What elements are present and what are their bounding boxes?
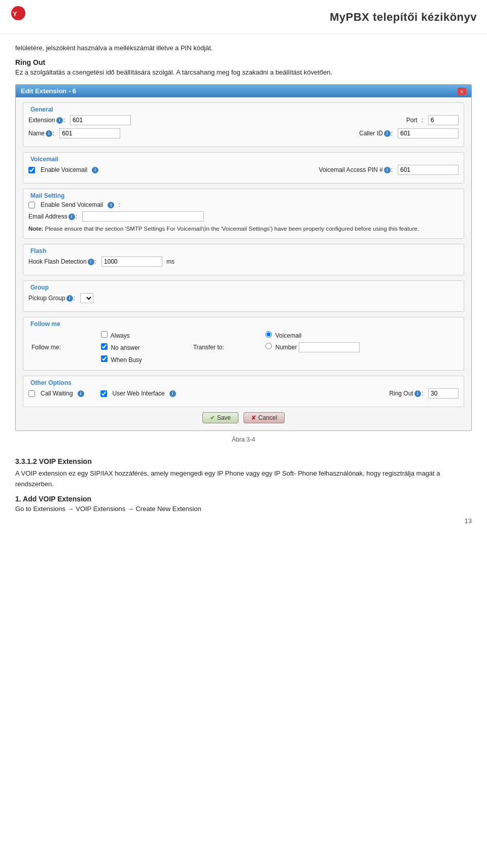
enable-send-voicemail-checkbox[interactable] <box>28 202 35 208</box>
always-checkbox[interactable] <box>101 331 108 338</box>
enable-send-voicemail-label: Enable Send Voicemail <box>41 201 103 208</box>
pickup-group-info-icon[interactable]: i <box>66 295 73 302</box>
always-label: Always <box>111 332 130 339</box>
voip-para1: A VOIP extension ez egy SIP/IAX hozzáfér… <box>15 468 472 490</box>
enable-voicemail-checkbox[interactable] <box>28 167 35 173</box>
follow-me-row: Follow me: Always Transfer to: Voicemail <box>28 330 459 341</box>
save-icon: ✔ <box>210 414 215 421</box>
number-label: Number <box>275 344 297 351</box>
save-button[interactable]: ✔ Save <box>202 412 238 423</box>
logo-area: Y eastar <box>10 5 39 29</box>
ms-label: ms <box>166 258 175 265</box>
enable-send-info-icon[interactable]: i <box>108 202 114 208</box>
caller-id-label: Caller ID <box>359 130 383 137</box>
other-options-legend: Other Options <box>28 379 459 386</box>
ring-out-input[interactable] <box>428 388 459 399</box>
user-web-label: User Web Interface <box>113 390 165 397</box>
when-busy-checkbox[interactable] <box>101 355 108 362</box>
other-options-section: Other Options Call Waiting i User Web In… <box>23 376 464 407</box>
general-section: General Extension i : Port : <box>23 102 464 147</box>
general-row1: Extension i : Port : <box>28 115 459 125</box>
page-number: 13 <box>465 517 472 525</box>
access-pin-label: Voicemail Access PIN # <box>319 166 383 173</box>
bottom-content: 3.3.1.2 VOIP Extension A VOIP extension … <box>0 457 487 534</box>
dialog-body: General Extension i : Port : <box>16 97 471 430</box>
access-pin-info-icon[interactable]: i <box>384 167 391 173</box>
voicemail-radio[interactable] <box>265 331 272 338</box>
user-web-checkbox[interactable] <box>100 390 107 397</box>
no-answer-checkbox[interactable] <box>101 343 108 350</box>
hook-flash-input[interactable] <box>101 257 162 267</box>
group-row: Pickup Group i : <box>28 293 459 303</box>
add-voip-desc: Go to Extensions → VOIP Extensions → Cre… <box>15 504 472 515</box>
pickup-group-label: Pickup Group <box>28 295 65 302</box>
follow-me-label: Follow me: <box>31 344 61 351</box>
mail-setting-legend: Mail Setting <box>28 192 459 199</box>
email-info-icon[interactable]: i <box>68 213 75 220</box>
when-busy-label: When Busy <box>111 356 142 364</box>
svg-text:eastar: eastar <box>13 19 24 24</box>
port-input[interactable] <box>428 115 459 125</box>
hook-flash-info-icon[interactable]: i <box>88 259 94 265</box>
caller-id-info-icon[interactable]: i <box>384 130 391 137</box>
extension-label: Extension <box>28 117 55 124</box>
edit-extension-dialog: Edit Extension - 6 x General Extension i… <box>15 84 472 431</box>
call-waiting-checkbox[interactable] <box>28 390 35 397</box>
dialog-title-bar: Edit Extension - 6 x <box>16 85 471 97</box>
save-label: Save <box>217 414 231 421</box>
flash-legend: Flash <box>28 247 459 255</box>
flash-section: Flash Hook Flash Detection i : ms <box>23 244 464 275</box>
dialog-button-row: ✔ Save ✘ Cancel <box>23 412 464 423</box>
access-pin-input[interactable] <box>398 165 459 175</box>
enable-voicemail-label: Enable Voicemail <box>41 166 87 173</box>
email-row: Email Address i : <box>28 211 459 222</box>
name-input[interactable] <box>59 128 120 138</box>
voicemail-row: Enable Voicemail i Voicemail Access PIN … <box>28 165 459 175</box>
flash-row: Hook Flash Detection i : ms <box>28 257 459 267</box>
extension-info-icon[interactable]: i <box>56 117 63 124</box>
email-label: Email Address <box>28 213 67 220</box>
voicemail-section: Voicemail Enable Voicemail i Voicemail A… <box>23 152 464 184</box>
user-web-info-icon[interactable]: i <box>169 390 176 397</box>
number-radio[interactable] <box>265 343 272 349</box>
follow-me-section: Follow me Follow me: Always Transfer to: <box>23 317 464 371</box>
ring-out-info-icon[interactable]: i <box>414 390 421 397</box>
no-answer-label: No answer <box>111 344 140 351</box>
follow-me-legend: Follow me <box>28 320 459 328</box>
intro-line1: felületére, jelszóként használva a mellé… <box>15 43 472 53</box>
note-prefix: Note: <box>28 226 43 232</box>
general-legend: General <box>28 106 459 113</box>
transfer-to-cell: Transfer to: <box>190 330 263 365</box>
cancel-button[interactable]: ✘ Cancel <box>244 412 285 423</box>
caller-id-input[interactable] <box>398 128 459 138</box>
voicemail-legend: Voicemail <box>28 156 459 163</box>
call-waiting-info-icon[interactable]: i <box>78 390 84 397</box>
general-row2: Name i : Caller ID i : <box>28 128 459 138</box>
email-input[interactable] <box>82 211 204 222</box>
other-options-row: Call Waiting i User Web Interface i Ring… <box>28 388 459 399</box>
call-waiting-label: Call Waiting <box>41 390 73 397</box>
mail-note: Note: Please ensure that the section 'SM… <box>28 225 459 233</box>
name-label: Name <box>28 130 45 137</box>
pickup-group-select[interactable] <box>80 293 93 303</box>
number-input[interactable] <box>299 342 360 352</box>
cancel-label: Cancel <box>258 414 277 421</box>
name-info-icon[interactable]: i <box>46 130 52 137</box>
voicemail-transfer-label: Voicemail <box>275 332 301 339</box>
port-label: Port <box>406 117 418 124</box>
cancel-icon: ✘ <box>251 414 256 421</box>
mail-setting-section: Mail Setting Enable Send Voicemail i : E… <box>23 189 464 239</box>
add-voip-heading: 1. Add VOIP Extension <box>15 495 472 503</box>
figure-caption: Ábra 3-4 <box>15 436 472 443</box>
dialog-close-button[interactable]: x <box>458 88 467 95</box>
note-body: Please ensure that the section 'SMTP Set… <box>43 226 419 232</box>
follow-me-table: Follow me: Always Transfer to: Voicemail <box>28 330 459 365</box>
extension-input[interactable] <box>70 115 131 125</box>
group-legend: Group <box>28 284 459 291</box>
page-header: Y eastar MyPBX telepítői kézikönyv <box>0 0 487 34</box>
enable-voicemail-info-icon[interactable]: i <box>92 167 98 173</box>
transfer-to-label: Transfer to: <box>193 344 224 351</box>
yeastar-logo: Y eastar <box>10 5 34 29</box>
svg-text:Y: Y <box>13 10 17 18</box>
follow-me-label-cell: Follow me: <box>28 330 98 365</box>
